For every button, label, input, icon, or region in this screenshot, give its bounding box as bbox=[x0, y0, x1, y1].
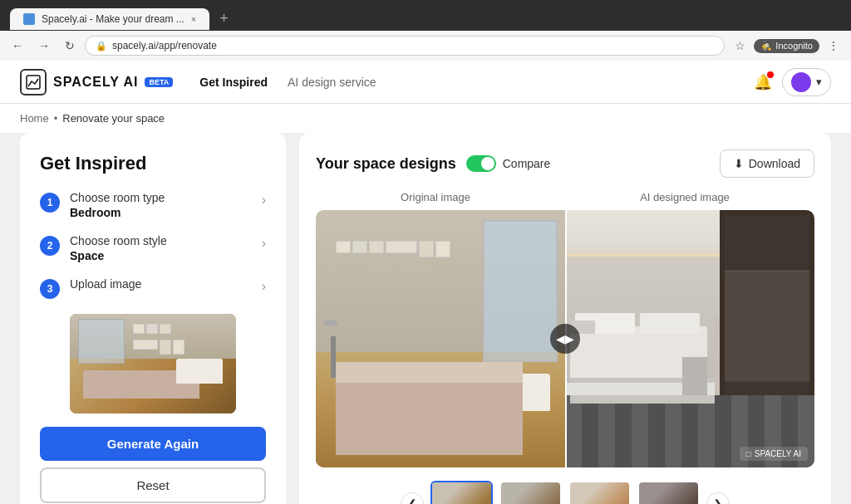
tab-favicon bbox=[23, 13, 35, 25]
nav-forward-button[interactable]: → bbox=[33, 36, 55, 56]
breadcrumb: Home • Renovate your space bbox=[0, 104, 851, 133]
step-3-number: 3 bbox=[40, 279, 60, 299]
step-3-content: Upload image bbox=[70, 277, 252, 291]
right-panel: Your space designs Compare ⬇ Download Or… bbox=[299, 133, 831, 504]
breadcrumb-home[interactable]: Home bbox=[20, 112, 49, 125]
action-buttons: Generate Again Reset bbox=[40, 427, 266, 503]
download-label: Download bbox=[749, 157, 800, 170]
nav-get-inspired[interactable]: Get Inspired bbox=[199, 76, 268, 89]
breadcrumb-current: Renovate your space bbox=[62, 112, 165, 125]
thumbnail-2-image bbox=[501, 482, 560, 504]
step-1-content: Choose room type Bedroom bbox=[70, 191, 252, 219]
notification-dot bbox=[767, 71, 774, 78]
lock-icon: 🔒 bbox=[96, 41, 107, 51]
spacely-watermark: □ SPACELY AI bbox=[740, 447, 808, 461]
logo: SPACELY AI BETA bbox=[20, 69, 173, 95]
left-panel: Get Inspired 1 Choose room type Bedroom … bbox=[20, 133, 286, 504]
logo-badge: BETA bbox=[145, 77, 173, 87]
step-2-value: Space bbox=[70, 249, 252, 262]
header-actions: 🔔 ▾ bbox=[754, 68, 831, 96]
ai-image-label: AI designed image bbox=[640, 191, 730, 203]
step-2-content: Choose room style Space bbox=[70, 234, 252, 262]
thumbnail-2[interactable] bbox=[499, 481, 562, 504]
incognito-icon: 🕵 bbox=[760, 41, 772, 51]
browser-chrome: Spacely.ai - Make your dream ... × + bbox=[0, 0, 851, 31]
bookmark-button[interactable]: ☆ bbox=[730, 36, 750, 56]
comparison-container[interactable]: □ SPACELY AI ◀▶ bbox=[316, 210, 814, 467]
watermark-icon: □ bbox=[746, 449, 751, 458]
right-header: Your space designs Compare ⬇ Download bbox=[316, 149, 814, 178]
watermark-text: SPACELY AI bbox=[755, 449, 801, 458]
image-labels: Original image AI designed image bbox=[316, 191, 814, 203]
browser-tabs: Spacely.ai - Make your dream ... × + bbox=[10, 7, 841, 31]
tab-title: Spacely.ai - Make your dream ... bbox=[42, 13, 184, 25]
designs-title: Your space designs bbox=[316, 155, 456, 173]
step-3[interactable]: 3 Upload image › bbox=[40, 277, 266, 299]
thumbnail-prev-button[interactable]: ❮ bbox=[401, 492, 424, 505]
user-avatar bbox=[791, 72, 811, 92]
compare-toggle[interactable]: Compare bbox=[466, 155, 551, 172]
app-header: SPACELY AI BETA Get Inspired AI design s… bbox=[0, 61, 851, 104]
toggle-knob bbox=[481, 157, 494, 170]
thumbnails-row: ❮ ❯ bbox=[316, 481, 814, 504]
browser-actions: ☆ 🕵 Incognito ⋮ bbox=[730, 36, 844, 56]
uploaded-image bbox=[70, 314, 236, 413]
thumbnail-1-image bbox=[432, 482, 491, 504]
incognito-badge: 🕵 Incognito bbox=[754, 39, 819, 53]
panel-title: Get Inspired bbox=[40, 153, 266, 174]
uploaded-image-inner bbox=[70, 314, 236, 413]
thumbnail-3[interactable] bbox=[568, 481, 631, 504]
logo-icon bbox=[20, 69, 47, 95]
step-3-label: Upload image bbox=[70, 277, 252, 291]
thumbnail-1[interactable] bbox=[430, 481, 493, 504]
nav-ai-design[interactable]: AI design service bbox=[288, 76, 376, 89]
comparison-right: □ SPACELY AI bbox=[565, 210, 814, 467]
thumbnail-4[interactable] bbox=[637, 481, 700, 504]
step-1[interactable]: 1 Choose room type Bedroom › bbox=[40, 191, 266, 219]
thumbnail-next-button[interactable]: ❯ bbox=[706, 492, 730, 505]
step-1-label: Choose room type bbox=[70, 191, 252, 204]
thumbnail-4-image bbox=[639, 482, 698, 504]
step-1-arrow: › bbox=[262, 193, 266, 208]
comparison-left bbox=[316, 210, 565, 467]
new-tab-button[interactable]: + bbox=[213, 7, 235, 31]
step-1-value: Bedroom bbox=[70, 206, 252, 219]
thumbnail-3-image bbox=[570, 482, 629, 504]
reset-button[interactable]: Reset bbox=[40, 467, 266, 503]
browser-tab[interactable]: Spacely.ai - Make your dream ... × bbox=[10, 8, 209, 30]
incognito-label: Incognito bbox=[775, 41, 813, 51]
original-image-label: Original image bbox=[401, 191, 470, 203]
url-text: spacely.ai/app/renovate bbox=[112, 40, 217, 51]
tab-close-button[interactable]: × bbox=[191, 14, 196, 24]
user-dropdown-icon: ▾ bbox=[816, 76, 822, 88]
address-bar[interactable]: 🔒 spacely.ai/app/renovate bbox=[85, 36, 725, 56]
step-2-number: 2 bbox=[40, 236, 60, 256]
toggle-switch[interactable] bbox=[466, 155, 496, 172]
download-icon: ⬇ bbox=[734, 157, 744, 170]
breadcrumb-separator: • bbox=[54, 112, 58, 125]
more-options-button[interactable]: ⋮ bbox=[823, 36, 844, 56]
download-button[interactable]: ⬇ Download bbox=[720, 149, 814, 178]
logo-text: SPACELY AI bbox=[53, 75, 138, 90]
nav-back-button[interactable]: ← bbox=[7, 36, 28, 56]
nav-links: Get Inspired AI design service bbox=[199, 76, 376, 89]
comparison-slider-handle[interactable]: ◀▶ bbox=[550, 324, 580, 354]
step-2-arrow: › bbox=[262, 236, 266, 251]
step-1-number: 1 bbox=[40, 193, 60, 213]
step-3-arrow: › bbox=[262, 279, 266, 294]
notification-button[interactable]: 🔔 bbox=[754, 73, 772, 91]
generate-again-button[interactable]: Generate Again bbox=[40, 427, 266, 461]
user-menu-button[interactable]: ▾ bbox=[782, 68, 831, 96]
browser-toolbar: ← → ↻ 🔒 spacely.ai/app/renovate ☆ 🕵 Inco… bbox=[0, 31, 851, 61]
nav-refresh-button[interactable]: ↻ bbox=[60, 36, 80, 56]
step-2-label: Choose room style bbox=[70, 234, 252, 247]
slider-icon: ◀▶ bbox=[556, 332, 574, 345]
main-content: Get Inspired 1 Choose room type Bedroom … bbox=[0, 133, 851, 504]
step-2[interactable]: 2 Choose room style Space › bbox=[40, 234, 266, 262]
compare-label: Compare bbox=[503, 157, 551, 170]
